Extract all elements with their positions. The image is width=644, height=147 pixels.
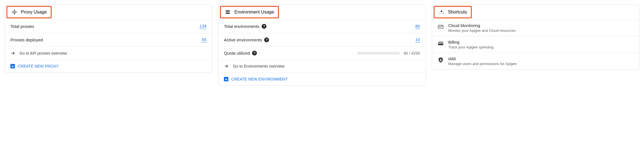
shortcuts-card: Shortcuts Cloud Monitoring Monitor your … bbox=[432, 5, 639, 70]
shortcut-text: Billing Track your Apigee spending bbox=[448, 40, 634, 49]
shortcut-title: Billing bbox=[448, 40, 634, 44]
shortcuts-title: Shortcuts bbox=[448, 10, 467, 15]
shortcut-desc: Monitor your Apigee and Cloud resources bbox=[448, 28, 634, 33]
proxy-icon bbox=[11, 9, 17, 15]
create-environment-button[interactable]: + CREATE NEW ENVIRONMENT bbox=[218, 73, 425, 85]
shortcut-billing[interactable]: Billing Track your Apigee spending bbox=[432, 36, 639, 53]
shortcuts-header-wrapper: Shortcuts bbox=[432, 5, 639, 19]
help-icon[interactable]: ? bbox=[262, 24, 266, 29]
proxy-usage-card: Proxy Usage Total proxies 134 Proxies de… bbox=[5, 5, 212, 73]
shortcut-text: Cloud Monitoring Monitor your Apigee and… bbox=[448, 23, 634, 33]
environment-icon bbox=[225, 9, 231, 15]
help-icon[interactable]: ? bbox=[264, 37, 269, 42]
add-icon: + bbox=[10, 64, 15, 68]
proxy-usage-header: Proxy Usage bbox=[6, 6, 52, 18]
quota-label: Quota utilized bbox=[224, 51, 250, 55]
environment-usage-header-wrapper: Environment Usage bbox=[218, 5, 425, 19]
help-icon[interactable]: ? bbox=[252, 51, 257, 55]
shortcut-title: IAM bbox=[448, 56, 634, 61]
total-environments-label: Total environments bbox=[224, 24, 259, 29]
total-environments-row: Total environments ? 80 bbox=[218, 19, 425, 33]
sparkle-icon bbox=[438, 9, 445, 15]
proxies-overview-link[interactable]: Go to API proxies overview bbox=[5, 46, 212, 60]
environment-usage-card: Environment Usage Total environments ? 8… bbox=[218, 5, 426, 86]
shortcut-iam[interactable]: IAM Manage users and permissions for Api… bbox=[432, 53, 639, 69]
monitoring-icon bbox=[438, 24, 444, 30]
shortcut-desc: Manage users and permissions for Apigee bbox=[448, 62, 634, 66]
billing-icon bbox=[438, 40, 444, 46]
svg-rect-9 bbox=[438, 43, 443, 43]
shortcut-cloud-monitoring[interactable]: Cloud Monitoring Monitor your Apigee and… bbox=[432, 19, 639, 36]
svg-point-0 bbox=[14, 12, 15, 12]
arrow-right-icon bbox=[10, 51, 16, 56]
proxies-deployed-label: Proxies deployed bbox=[10, 37, 43, 42]
total-environments-label-wrap: Total environments ? bbox=[224, 24, 266, 29]
quota-bar bbox=[357, 52, 400, 55]
active-environments-value[interactable]: 10 bbox=[415, 37, 420, 43]
proxies-overview-label: Go to API proxies overview bbox=[19, 51, 67, 55]
quota-text: 40 / 4250 bbox=[403, 51, 420, 55]
active-environments-label: Active environments bbox=[224, 37, 262, 42]
shortcuts-header: Shortcuts bbox=[434, 6, 472, 18]
shield-icon bbox=[438, 57, 444, 63]
proxy-usage-title: Proxy Usage bbox=[21, 10, 47, 15]
add-icon: + bbox=[224, 77, 228, 81]
environment-usage-header: Environment Usage bbox=[220, 6, 279, 18]
svg-rect-8 bbox=[438, 42, 443, 45]
total-proxies-value[interactable]: 134 bbox=[199, 24, 206, 29]
create-proxy-button[interactable]: + CREATE NEW PROXY bbox=[5, 60, 212, 72]
proxies-deployed-value[interactable]: 55 bbox=[202, 37, 207, 43]
active-environments-label-wrap: Active environments ? bbox=[224, 37, 269, 42]
create-environment-label: CREATE NEW ENVIRONMENT bbox=[231, 77, 288, 81]
shortcut-desc: Track your Apigee spending bbox=[448, 45, 634, 49]
svg-point-4 bbox=[229, 11, 230, 11]
environments-overview-label: Go to Environments overview bbox=[233, 64, 284, 68]
quota-label-wrap: Quota utilized ? bbox=[224, 51, 257, 55]
svg-point-10 bbox=[440, 59, 441, 60]
total-environments-value[interactable]: 80 bbox=[415, 24, 420, 29]
quota-display: 40 / 4250 bbox=[357, 51, 420, 55]
shortcut-text: IAM Manage users and permissions for Api… bbox=[448, 56, 634, 66]
arrow-right-icon bbox=[224, 64, 229, 69]
create-proxy-label: CREATE NEW PROXY bbox=[18, 64, 59, 68]
environment-usage-title: Environment Usage bbox=[234, 10, 274, 15]
total-proxies-label: Total proxies bbox=[10, 24, 34, 29]
active-environments-row: Active environments ? 10 bbox=[218, 33, 425, 46]
total-proxies-row: Total proxies 134 bbox=[5, 19, 212, 33]
environments-overview-link[interactable]: Go to Environments overview bbox=[218, 59, 425, 73]
quota-row: Quota utilized ? 40 / 4250 bbox=[218, 46, 425, 59]
proxy-usage-header-wrapper: Proxy Usage bbox=[5, 5, 212, 19]
proxies-deployed-row: Proxies deployed 55 bbox=[5, 33, 212, 46]
shortcut-title: Cloud Monitoring bbox=[448, 23, 634, 28]
svg-point-5 bbox=[229, 13, 230, 14]
